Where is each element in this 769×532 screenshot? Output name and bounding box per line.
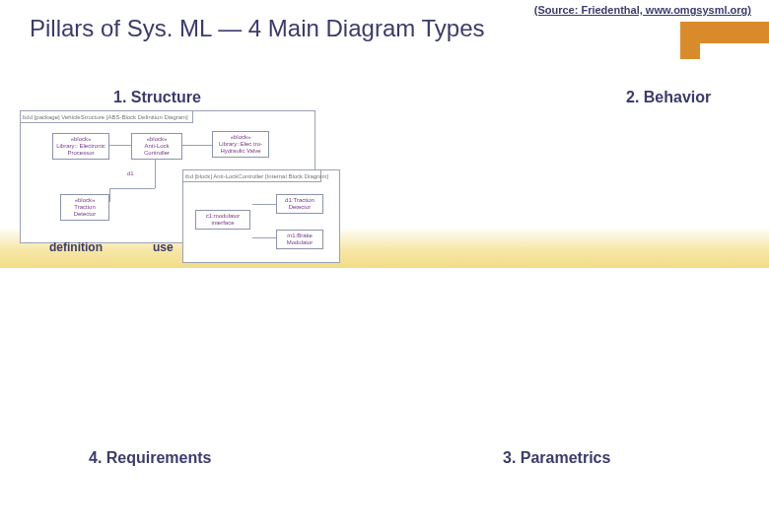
- block-electro-hydraulic-valve: «block» Library::Elec tro-Hydraulic Valv…: [212, 131, 269, 158]
- connector: [252, 204, 276, 205]
- block-electronic-processor: «block» Library:: Electronic Processor: [52, 133, 109, 160]
- block-anti-lock-controller: «block» Anti-Lock Controller: [131, 133, 182, 160]
- connector: [109, 188, 155, 189]
- bdd-frame-label: bdd [package] VehicleStructure [ABS-Bloc…: [21, 111, 193, 123]
- block-name: Library:: Electronic Processor: [55, 143, 106, 157]
- part-c1-modulator-interface: c1:modulator interface: [195, 210, 250, 230]
- connector: [109, 145, 131, 146]
- heading-behavior: 2. Behavior: [626, 89, 711, 106]
- sublabel-definition: definition: [49, 240, 103, 254]
- heading-parametrics: 3. Parametrics: [503, 449, 610, 467]
- d1-label: d1: [127, 170, 134, 176]
- ibd-frame-label: ibd [block] Anti-LockController [Interna…: [183, 170, 321, 182]
- stereo: «block»: [134, 136, 179, 143]
- part-d1-traction-detector: d1:Traction Detector: [276, 194, 323, 214]
- connector: [155, 159, 156, 188]
- stereo: «block»: [215, 134, 266, 141]
- block-name: Anti-Lock Controller: [134, 143, 179, 157]
- stereo: «block»: [63, 197, 106, 204]
- block-name: Traction Detector: [63, 204, 106, 218]
- sublabel-use: use: [153, 240, 174, 254]
- slide-title: Pillars of Sys. ML — 4 Main Diagram Type…: [30, 15, 484, 42]
- heading-requirements: 4. Requirements: [89, 449, 211, 467]
- decorative-corner: [680, 22, 769, 59]
- ibd-frame: ibd [block] Anti-LockController [Interna…: [182, 169, 340, 263]
- stereo: «block»: [55, 136, 106, 143]
- part-m1-brake-modulator: m1:Brake Modulator: [276, 230, 323, 249]
- source-citation: (Source: Friedenthal, www.omgsysml.org): [534, 4, 751, 16]
- connector: [182, 145, 212, 146]
- block-name: Library::Elec tro-Hydraulic Valve: [215, 141, 266, 155]
- heading-structure: 1. Structure: [113, 89, 201, 106]
- connector: [252, 237, 276, 238]
- block-traction-detector: «block» Traction Detector: [60, 194, 109, 221]
- connector: [109, 188, 110, 202]
